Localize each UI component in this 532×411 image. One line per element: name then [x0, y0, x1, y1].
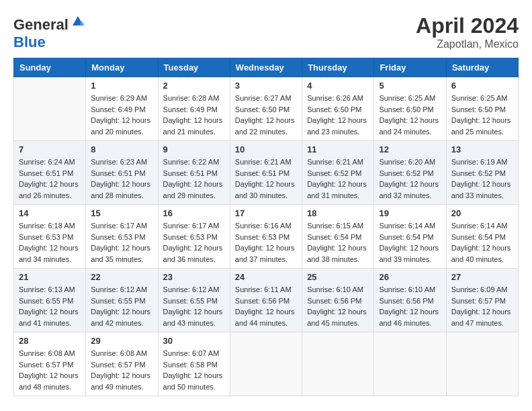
calendar-cell: 16Sunrise: 6:17 AMSunset: 6:53 PMDayligh… — [158, 205, 230, 269]
day-info: Sunrise: 6:14 AMSunset: 6:54 PMDaylight:… — [379, 220, 441, 265]
day-number: 23 — [163, 272, 225, 282]
calendar-cell: 11Sunrise: 6:21 AMSunset: 6:52 PMDayligh… — [302, 141, 374, 205]
day-info: Sunrise: 6:15 AMSunset: 6:54 PMDaylight:… — [307, 220, 369, 265]
calendar-cell: 17Sunrise: 6:16 AMSunset: 6:53 PMDayligh… — [230, 205, 302, 269]
day-info: Sunrise: 6:20 AMSunset: 6:52 PMDaylight:… — [379, 156, 441, 201]
calendar-cell: 6Sunrise: 6:25 AMSunset: 6:50 PMDaylight… — [446, 77, 518, 141]
calendar-cell: 9Sunrise: 6:22 AMSunset: 6:51 PMDaylight… — [158, 141, 230, 205]
day-info: Sunrise: 6:21 AMSunset: 6:51 PMDaylight:… — [235, 156, 297, 201]
week-row-2: 7Sunrise: 6:24 AMSunset: 6:51 PMDaylight… — [14, 141, 519, 205]
day-info: Sunrise: 6:28 AMSunset: 6:49 PMDaylight:… — [163, 93, 225, 137]
week-row-1: 1Sunrise: 6:29 AMSunset: 6:49 PMDaylight… — [14, 77, 519, 141]
calendar-cell: 5Sunrise: 6:25 AMSunset: 6:50 PMDaylight… — [374, 77, 446, 141]
calendar-cell: 8Sunrise: 6:23 AMSunset: 6:51 PMDaylight… — [86, 141, 158, 205]
logo-general: General — [13, 16, 69, 33]
day-info: Sunrise: 6:10 AMSunset: 6:56 PMDaylight:… — [379, 284, 441, 328]
calendar-cell: 13Sunrise: 6:19 AMSunset: 6:52 PMDayligh… — [446, 141, 518, 205]
calendar-cell: 25Sunrise: 6:10 AMSunset: 6:56 PMDayligh… — [302, 269, 374, 332]
logo: General Blue — [13, 13, 86, 51]
day-info: Sunrise: 6:18 AMSunset: 6:53 PMDaylight:… — [19, 220, 81, 265]
calendar-cell — [230, 332, 302, 396]
day-number: 12 — [379, 144, 441, 154]
calendar-cell — [14, 77, 86, 141]
day-info: Sunrise: 6:24 AMSunset: 6:51 PMDaylight:… — [19, 156, 81, 201]
day-number: 14 — [19, 208, 81, 218]
day-info: Sunrise: 6:22 AMSunset: 6:51 PMDaylight:… — [163, 156, 225, 201]
day-number: 7 — [19, 144, 81, 154]
day-number: 8 — [91, 144, 152, 154]
calendar-cell: 15Sunrise: 6:17 AMSunset: 6:53 PMDayligh… — [86, 205, 158, 269]
day-number: 3 — [235, 81, 297, 91]
day-info: Sunrise: 6:27 AMSunset: 6:50 PMDaylight:… — [235, 93, 297, 137]
day-number: 28 — [19, 336, 81, 346]
calendar-cell: 3Sunrise: 6:27 AMSunset: 6:50 PMDaylight… — [230, 77, 302, 141]
day-number: 25 — [307, 272, 369, 282]
day-number: 19 — [379, 208, 441, 218]
day-number: 21 — [19, 272, 81, 282]
calendar-cell: 26Sunrise: 6:10 AMSunset: 6:56 PMDayligh… — [374, 269, 446, 332]
weekday-header-sunday: Sunday — [14, 58, 86, 77]
day-number: 9 — [163, 144, 225, 154]
weekday-header-friday: Friday — [374, 58, 446, 77]
day-info: Sunrise: 6:26 AMSunset: 6:50 PMDaylight:… — [307, 93, 369, 137]
day-info: Sunrise: 6:08 AMSunset: 6:57 PMDaylight:… — [91, 348, 152, 392]
weekday-header-wednesday: Wednesday — [230, 58, 302, 77]
day-info: Sunrise: 6:21 AMSunset: 6:52 PMDaylight:… — [307, 156, 369, 201]
calendar-cell: 27Sunrise: 6:09 AMSunset: 6:57 PMDayligh… — [446, 269, 518, 332]
day-info: Sunrise: 6:17 AMSunset: 6:53 PMDaylight:… — [163, 220, 225, 265]
week-row-5: 28Sunrise: 6:08 AMSunset: 6:57 PMDayligh… — [14, 332, 519, 396]
day-number: 15 — [91, 208, 152, 218]
day-number: 16 — [163, 208, 225, 218]
weekday-header-thursday: Thursday — [302, 58, 374, 77]
day-number: 24 — [235, 272, 297, 282]
day-info: Sunrise: 6:07 AMSunset: 6:58 PMDaylight:… — [163, 348, 225, 392]
day-info: Sunrise: 6:29 AMSunset: 6:49 PMDaylight:… — [91, 93, 152, 137]
day-info: Sunrise: 6:13 AMSunset: 6:55 PMDaylight:… — [19, 284, 81, 328]
day-number: 13 — [451, 144, 513, 154]
week-row-4: 21Sunrise: 6:13 AMSunset: 6:55 PMDayligh… — [14, 269, 519, 332]
page-header: General Blue April 2024 Zapotlan, Mexico — [13, 13, 519, 51]
day-info: Sunrise: 6:19 AMSunset: 6:52 PMDaylight:… — [451, 156, 513, 201]
day-info: Sunrise: 6:08 AMSunset: 6:57 PMDaylight:… — [19, 348, 81, 392]
calendar-cell: 4Sunrise: 6:26 AMSunset: 6:50 PMDaylight… — [302, 77, 374, 141]
logo-blue: Blue — [13, 34, 46, 50]
week-row-3: 14Sunrise: 6:18 AMSunset: 6:53 PMDayligh… — [14, 205, 519, 269]
calendar-cell — [302, 332, 374, 396]
calendar-cell: 22Sunrise: 6:12 AMSunset: 6:55 PMDayligh… — [86, 269, 158, 332]
day-info: Sunrise: 6:09 AMSunset: 6:57 PMDaylight:… — [451, 284, 513, 328]
day-number: 27 — [451, 272, 513, 282]
calendar-cell: 29Sunrise: 6:08 AMSunset: 6:57 PMDayligh… — [86, 332, 158, 396]
weekday-header-saturday: Saturday — [446, 58, 518, 77]
day-info: Sunrise: 6:12 AMSunset: 6:55 PMDaylight:… — [163, 284, 225, 328]
day-info: Sunrise: 6:25 AMSunset: 6:50 PMDaylight:… — [451, 93, 513, 137]
calendar-cell: 18Sunrise: 6:15 AMSunset: 6:54 PMDayligh… — [302, 205, 374, 269]
day-number: 1 — [91, 81, 152, 91]
day-info: Sunrise: 6:11 AMSunset: 6:56 PMDaylight:… — [235, 284, 297, 328]
day-number: 18 — [307, 208, 369, 218]
calendar-cell: 20Sunrise: 6:14 AMSunset: 6:54 PMDayligh… — [446, 205, 518, 269]
day-number: 30 — [163, 336, 225, 346]
day-number: 2 — [163, 81, 225, 91]
title-block: April 2024 Zapotlan, Mexico — [416, 13, 519, 50]
day-number: 22 — [91, 272, 152, 282]
day-info: Sunrise: 6:25 AMSunset: 6:50 PMDaylight:… — [379, 93, 441, 137]
day-info: Sunrise: 6:12 AMSunset: 6:55 PMDaylight:… — [91, 284, 152, 328]
calendar-cell: 21Sunrise: 6:13 AMSunset: 6:55 PMDayligh… — [14, 269, 86, 332]
calendar-cell: 23Sunrise: 6:12 AMSunset: 6:55 PMDayligh… — [158, 269, 230, 332]
day-number: 17 — [235, 208, 297, 218]
day-number: 10 — [235, 144, 297, 154]
calendar-cell: 1Sunrise: 6:29 AMSunset: 6:49 PMDaylight… — [86, 77, 158, 141]
day-number: 6 — [451, 81, 513, 91]
calendar-cell: 10Sunrise: 6:21 AMSunset: 6:51 PMDayligh… — [230, 141, 302, 205]
weekday-header-tuesday: Tuesday — [158, 58, 230, 77]
calendar-table: SundayMondayTuesdayWednesdayThursdayFrid… — [13, 58, 519, 396]
day-number: 4 — [307, 81, 369, 91]
weekday-header-monday: Monday — [86, 58, 158, 77]
day-number: 11 — [307, 144, 369, 154]
day-info: Sunrise: 6:10 AMSunset: 6:56 PMDaylight:… — [307, 284, 369, 328]
calendar-cell: 12Sunrise: 6:20 AMSunset: 6:52 PMDayligh… — [374, 141, 446, 205]
calendar-cell — [374, 332, 446, 396]
day-number: 29 — [91, 336, 152, 346]
calendar-cell: 2Sunrise: 6:28 AMSunset: 6:49 PMDaylight… — [158, 77, 230, 141]
weekday-header-row: SundayMondayTuesdayWednesdayThursdayFrid… — [14, 58, 519, 77]
